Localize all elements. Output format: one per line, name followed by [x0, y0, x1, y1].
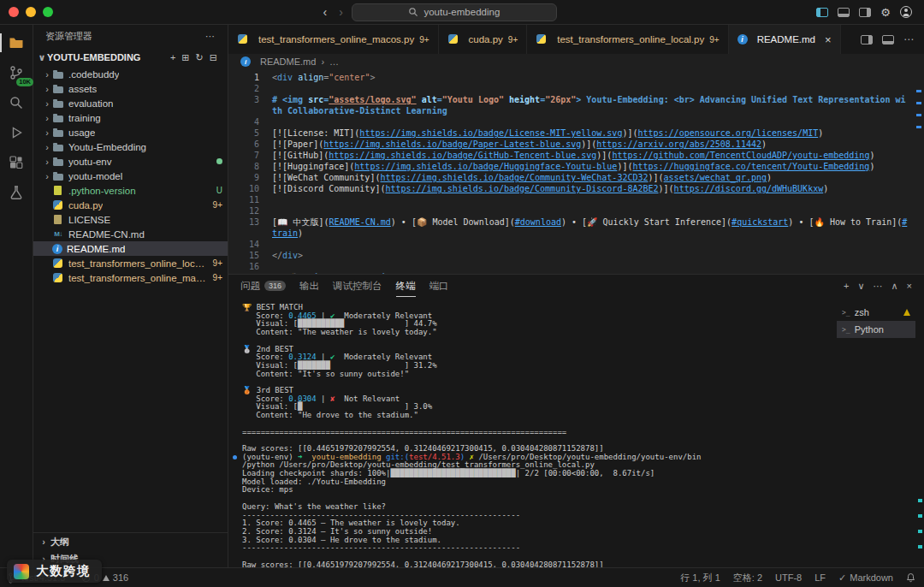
tab-cuda.py[interactable]: cuda.py9+ [439, 25, 528, 54]
tab-test_transformers_online_macos.py[interactable]: test_transformers_online_macos.py9+ [228, 25, 439, 54]
breadcrumb[interactable]: i README.md › … [228, 54, 924, 69]
file-item-youtu-model[interactable]: ›youtu-model [33, 169, 228, 183]
file-item-LICENSE[interactable]: LICENSE [33, 212, 228, 227]
text-segment: ----------------------------------------… [242, 543, 520, 552]
file-item-youtu-env[interactable]: ›youtu-env [33, 154, 228, 169]
panel-tab-终端[interactable]: 终端 [396, 275, 416, 297]
terminal-instance-list: >_zsh>_Python [837, 304, 915, 567]
activitybar-source-control[interactable]: 10K [5, 62, 27, 84]
cursor-position[interactable]: 行 1, 列 1 [680, 572, 720, 584]
file-item-Youtu-Embedding[interactable]: ›Youtu-Embedding [33, 139, 228, 154]
new-folder-icon[interactable]: ⊞ [181, 52, 189, 63]
panel-tab-端口[interactable]: 端口 [429, 275, 449, 297]
panel-tab-问题[interactable]: 问题316 [240, 275, 286, 297]
language-mode[interactable]: ✓ Markdown [838, 572, 893, 584]
maximize-panel-icon[interactable]: ∧ [891, 281, 898, 292]
file-item-README.md[interactable]: iREADME.md [33, 241, 228, 256]
activitybar-run-debug[interactable] [5, 122, 27, 144]
code-line: 11 [228, 194, 924, 205]
py-icon [52, 258, 64, 270]
tab-README.md[interactable]: iREADME.md× [729, 25, 841, 54]
file-item-training[interactable]: ›training [33, 110, 228, 125]
text-segment: https://opensource.org/licenses/MIT [637, 128, 818, 138]
close-window-button[interactable] [9, 7, 19, 17]
terminal-instance-zsh[interactable]: >_zsh [837, 304, 915, 321]
text-segment: Content: "The weather is lovely today." [242, 328, 437, 336]
text-segment: 🚀 [587, 217, 597, 227]
more-actions-icon[interactable]: ⋯ [874, 281, 883, 292]
code-line: 2 [228, 83, 924, 94]
activitybar-extensions[interactable] [5, 151, 27, 174]
refresh-icon[interactable]: ↻ [196, 52, 204, 63]
breadcrumb-file[interactable]: README.md [260, 56, 316, 67]
panel-tab-输出[interactable]: 输出 [299, 275, 319, 297]
forward-arrow-icon[interactable]: › [339, 5, 343, 19]
panel-tab-调试控制台[interactable]: 调试控制台 [333, 275, 382, 297]
text-segment: ███████ [298, 361, 330, 370]
terminal-instance-Python[interactable]: >_Python [837, 321, 915, 338]
testing-flask-icon [8, 184, 25, 201]
activitybar-testing[interactable] [5, 181, 27, 204]
text-segment: How to Train]( [825, 217, 902, 227]
text-segment: ] 44.7% [405, 319, 437, 328]
indentation-setting[interactable]: 空格: 2 [733, 572, 762, 584]
history-nav: ‹ › [323, 5, 343, 19]
chevron-right-icon: › [42, 113, 52, 123]
more-actions-icon[interactable]: ⋯ [903, 33, 914, 45]
eol-setting[interactable]: LF [814, 572, 826, 583]
text-segment: ) [869, 151, 874, 160]
file-item-.codebuddy[interactable]: ›.codebuddy [33, 67, 228, 81]
collapse-all-icon[interactable]: ⊟ [210, 52, 217, 63]
tab-label: test_transformers_online_macos.py [258, 34, 414, 44]
text-segment [302, 402, 404, 411]
file-item-.python-version[interactable]: .python-versionU [33, 183, 228, 198]
file-item-cuda.py[interactable]: cuda.py9+ [33, 198, 228, 212]
terminal-scrollbar[interactable] [915, 304, 924, 567]
toggle-secondary-sidebar-icon[interactable] [859, 8, 871, 17]
close-panel-icon[interactable]: × [907, 281, 912, 291]
activitybar-explorer[interactable] [5, 32, 27, 54]
breadcrumb-symbol[interactable]: … [329, 56, 339, 67]
sidebar-title: 资源管理器 [45, 30, 92, 43]
new-file-icon[interactable]: + [170, 52, 175, 63]
back-arrow-icon[interactable]: ‹ [323, 5, 328, 19]
line-content: [![Huggingface](https://img.shields.io/b… [272, 161, 924, 172]
file-item-evaluation[interactable]: ›evaluation [33, 96, 228, 110]
activitybar-search[interactable] [5, 92, 27, 114]
settings-gear-icon[interactable]: ⚙ [880, 7, 891, 18]
overview-ruler[interactable] [914, 69, 924, 274]
text-segment: test/4.51.3 [409, 453, 460, 461]
account-icon[interactable] [900, 6, 912, 18]
text-segment: #download [515, 217, 561, 227]
new-terminal-icon[interactable]: + [844, 281, 849, 291]
toggle-panel-icon[interactable] [838, 8, 850, 17]
command-center-search[interactable]: youtu-embedding [352, 3, 557, 21]
toggle-primary-sidebar-icon[interactable] [816, 8, 828, 17]
chevron-down-icon: ∨ [37, 52, 47, 63]
notifications-bell-icon[interactable] [906, 572, 915, 583]
section-大纲[interactable]: ›大纲 [33, 533, 228, 550]
file-item-usage[interactable]: ›usage [33, 125, 228, 139]
text-segment: Quickly Start Inference]( [598, 217, 732, 227]
file-item-test_transformers_online_local.py[interactable]: test_transformers_online_local.py9+ [33, 256, 228, 270]
file-label: README.md [67, 244, 125, 254]
encoding-setting[interactable]: UTF-8 [775, 572, 802, 583]
editor-code-area[interactable]: 1<div align="center">23# <img src="asset… [228, 69, 924, 274]
file-item-assets[interactable]: ›assets [33, 81, 228, 96]
more-actions-icon[interactable]: ⋯ [205, 31, 216, 42]
close-icon[interactable]: × [825, 34, 832, 45]
split-editor-icon[interactable] [861, 35, 873, 44]
project-root-row[interactable]: ∨ YOUTU-EMBEDDING + ⊞ ↻ ⊟ [33, 48, 228, 67]
terminal-dropdown-icon[interactable]: ∨ [857, 281, 864, 292]
file-item-README-CN.md[interactable]: M↓README-CN.md [33, 227, 228, 241]
terminal-output[interactable]: 🏆 BEST MATCH Score: 0.4465 | ✔ Moderatel… [228, 304, 837, 567]
minimize-window-button[interactable] [26, 7, 36, 17]
chevron-right-icon: › [42, 127, 52, 138]
file-item-test_transformers_online_macos.py[interactable]: test_transformers_online_macos.py9+ [33, 270, 228, 285]
editor-layout-icon[interactable] [882, 35, 894, 44]
file-label: cuda.py [68, 200, 103, 210]
text-segment: 中文版]( [288, 217, 329, 227]
tab-test_transformers_online_local.py[interactable]: test_transformers_online_local.py9+ [527, 25, 728, 54]
zoom-window-button[interactable] [43, 7, 53, 17]
line-content: <div align="center"> [272, 72, 924, 83]
